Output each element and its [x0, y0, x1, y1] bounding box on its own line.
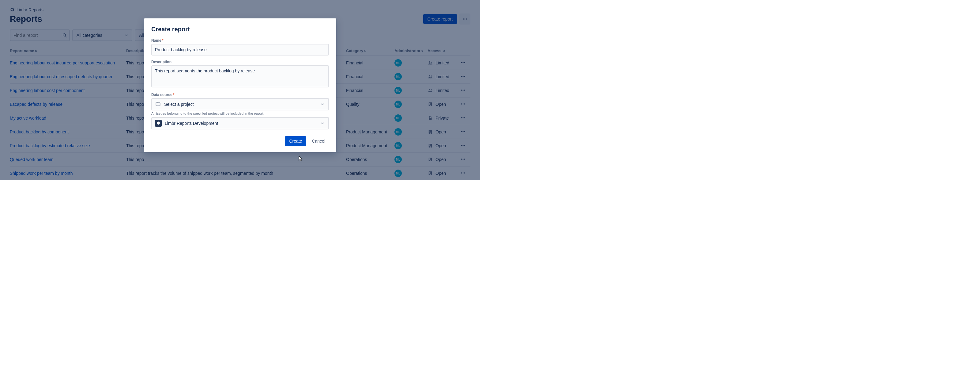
name-input[interactable] — [151, 44, 329, 56]
data-source-label: Data source* — [151, 93, 329, 97]
create-report-modal: Create report Name* Description Data sou… — [144, 18, 336, 152]
data-source-placeholder: Select a project — [164, 102, 194, 107]
data-source-select[interactable]: Select a project — [151, 98, 329, 110]
project-select[interactable]: Limbr Reports Development — [151, 117, 329, 130]
description-label: Description — [151, 60, 329, 64]
name-label: Name* — [151, 38, 329, 43]
project-value: Limbr Reports Development — [165, 121, 218, 126]
project-logo-icon — [155, 120, 162, 126]
description-textarea[interactable] — [151, 65, 329, 87]
modal-title: Create report — [151, 26, 329, 33]
data-source-helper: All issues belonging to the specified pr… — [151, 112, 329, 115]
chevron-down-icon — [320, 101, 325, 107]
folder-icon — [155, 101, 161, 107]
create-button[interactable]: Create — [285, 136, 306, 146]
modal-overlay[interactable]: Create report Name* Description Data sou… — [0, 0, 480, 180]
chevron-down-icon — [320, 120, 325, 126]
cancel-button[interactable]: Cancel — [308, 136, 329, 146]
